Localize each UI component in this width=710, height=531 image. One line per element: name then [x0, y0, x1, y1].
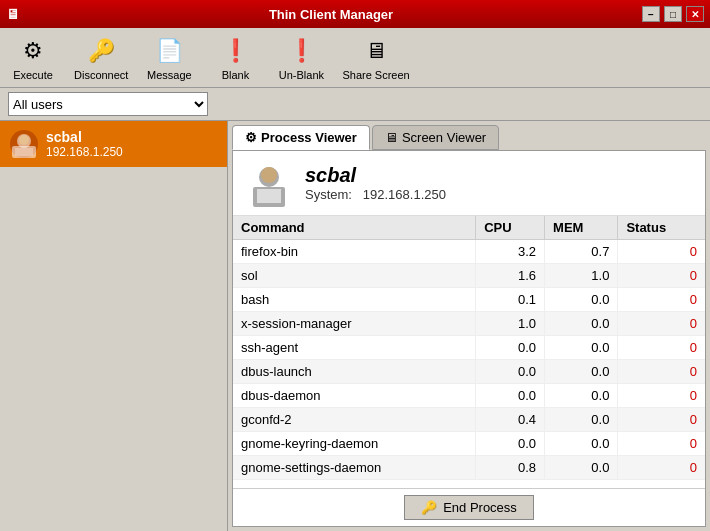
cell-status: 0 — [618, 336, 705, 360]
table-row[interactable]: gnome-settings-daemon0.80.00 — [233, 456, 705, 480]
cell-mem: 0.0 — [545, 288, 618, 312]
cell-status: 0 — [618, 240, 705, 264]
process-username: scbal — [305, 164, 446, 187]
cell-mem: 0.0 — [545, 312, 618, 336]
user-name: scbal — [46, 129, 123, 145]
toolbar-share-screen[interactable]: 🖥 Share Screen — [342, 35, 409, 81]
user-avatar — [10, 130, 38, 158]
table-row[interactable]: firefox-bin3.20.70 — [233, 240, 705, 264]
cell-command: bash — [233, 288, 476, 312]
cell-status: 0 — [618, 288, 705, 312]
close-button[interactable]: ✕ — [686, 6, 704, 22]
cell-status: 0 — [618, 384, 705, 408]
cell-status: 0 — [618, 432, 705, 456]
execute-icon: ⚙ — [17, 35, 49, 67]
cell-cpu: 0.0 — [476, 432, 545, 456]
cell-command: gnome-keyring-daemon — [233, 432, 476, 456]
titlebar-controls: − □ ✕ — [642, 6, 704, 22]
cell-mem: 0.0 — [545, 336, 618, 360]
cell-mem: 0.0 — [545, 432, 618, 456]
process-table-container[interactable]: CommandCPUMEMStatus firefox-bin3.20.70so… — [233, 216, 705, 488]
main-content: scbal 192.168.1.250 ⚙Process Viewer🖥Scre… — [0, 121, 710, 531]
cell-cpu: 0.0 — [476, 384, 545, 408]
cell-mem: 1.0 — [545, 264, 618, 288]
process-viewer-tab-label: Process Viewer — [261, 130, 357, 145]
cell-command: x-session-manager — [233, 312, 476, 336]
user-list-item[interactable]: scbal 192.168.1.250 — [0, 121, 227, 167]
cell-mem: 0.0 — [545, 408, 618, 432]
screen-viewer-tab-label: Screen Viewer — [402, 130, 486, 145]
svg-rect-5 — [257, 189, 281, 203]
cell-status: 0 — [618, 264, 705, 288]
cell-mem: 0.7 — [545, 240, 618, 264]
process-user-avatar — [245, 159, 293, 207]
cell-cpu: 1.6 — [476, 264, 545, 288]
svg-point-7 — [261, 167, 277, 183]
user-selector-row: All usersscbal — [0, 88, 710, 121]
execute-label: Execute — [13, 69, 53, 81]
user-info: scbal 192.168.1.250 — [46, 129, 123, 159]
cell-status: 0 — [618, 408, 705, 432]
col-header-mem: MEM — [545, 216, 618, 240]
table-row[interactable]: gnome-keyring-daemon0.00.00 — [233, 432, 705, 456]
cell-status: 0 — [618, 360, 705, 384]
end-process-icon: 🔑 — [421, 500, 437, 515]
process-panel: scbal System: 192.168.1.250 CommandCPUME… — [232, 150, 706, 527]
toolbar-blank[interactable]: ❗ Blank — [210, 35, 260, 81]
end-process-bar: 🔑 End Process — [233, 488, 705, 526]
cell-status: 0 — [618, 312, 705, 336]
end-process-button[interactable]: 🔑 End Process — [404, 495, 534, 520]
message-icon: 📄 — [153, 35, 185, 67]
col-header-command: Command — [233, 216, 476, 240]
user-ip: 192.168.1.250 — [46, 145, 123, 159]
table-row[interactable]: bash0.10.00 — [233, 288, 705, 312]
svg-point-3 — [19, 135, 29, 145]
cell-cpu: 0.0 — [476, 360, 545, 384]
table-row[interactable]: sol1.61.00 — [233, 264, 705, 288]
end-process-label: End Process — [443, 500, 517, 515]
toolbar: ⚙ Execute 🔑 Disconnect 📄 Message ❗ Blank… — [0, 28, 710, 88]
user-list: scbal 192.168.1.250 — [0, 121, 228, 531]
tabs: ⚙Process Viewer🖥Screen Viewer — [228, 121, 710, 150]
tab-process-viewer[interactable]: ⚙Process Viewer — [232, 125, 370, 150]
process-table-body: firefox-bin3.20.70sol1.61.00bash0.10.00x… — [233, 240, 705, 480]
cell-cpu: 0.8 — [476, 456, 545, 480]
user-select[interactable]: All usersscbal — [8, 92, 208, 116]
titlebar-title: Thin Client Manager — [20, 7, 642, 22]
cell-cpu: 0.0 — [476, 336, 545, 360]
maximize-button[interactable]: □ — [664, 6, 682, 22]
screen-viewer-tab-icon: 🖥 — [385, 130, 398, 145]
cell-mem: 0.0 — [545, 360, 618, 384]
cell-cpu: 1.0 — [476, 312, 545, 336]
table-row[interactable]: x-session-manager1.00.00 — [233, 312, 705, 336]
table-row[interactable]: ssh-agent0.00.00 — [233, 336, 705, 360]
disconnect-label: Disconnect — [74, 69, 128, 81]
table-row[interactable]: dbus-daemon0.00.00 — [233, 384, 705, 408]
col-header-cpu: CPU — [476, 216, 545, 240]
toolbar-unblank[interactable]: ❗ Un-Blank — [276, 35, 326, 81]
table-row[interactable]: gconfd-20.40.00 — [233, 408, 705, 432]
process-viewer-tab-icon: ⚙ — [245, 130, 257, 145]
minimize-button[interactable]: − — [642, 6, 660, 22]
toolbar-execute[interactable]: ⚙ Execute — [8, 35, 58, 81]
tab-screen-viewer[interactable]: 🖥Screen Viewer — [372, 125, 499, 150]
cell-cpu: 0.4 — [476, 408, 545, 432]
table-row[interactable]: dbus-launch0.00.00 — [233, 360, 705, 384]
svg-rect-1 — [15, 148, 33, 156]
blank-icon: ❗ — [219, 35, 251, 67]
process-table-header: CommandCPUMEMStatus — [233, 216, 705, 240]
cell-command: gnome-settings-daemon — [233, 456, 476, 480]
unblank-icon: ❗ — [285, 35, 317, 67]
cell-mem: 0.0 — [545, 456, 618, 480]
cell-status: 0 — [618, 456, 705, 480]
toolbar-message[interactable]: 📄 Message — [144, 35, 194, 81]
process-user-info: scbal System: 192.168.1.250 — [305, 164, 446, 202]
disconnect-icon: 🔑 — [85, 35, 117, 67]
unblank-label: Un-Blank — [279, 69, 324, 81]
col-header-status: Status — [618, 216, 705, 240]
titlebar: 🖥 Thin Client Manager − □ ✕ — [0, 0, 710, 28]
process-table: CommandCPUMEMStatus firefox-bin3.20.70so… — [233, 216, 705, 480]
toolbar-disconnect[interactable]: 🔑 Disconnect — [74, 35, 128, 81]
message-label: Message — [147, 69, 192, 81]
cell-mem: 0.0 — [545, 384, 618, 408]
